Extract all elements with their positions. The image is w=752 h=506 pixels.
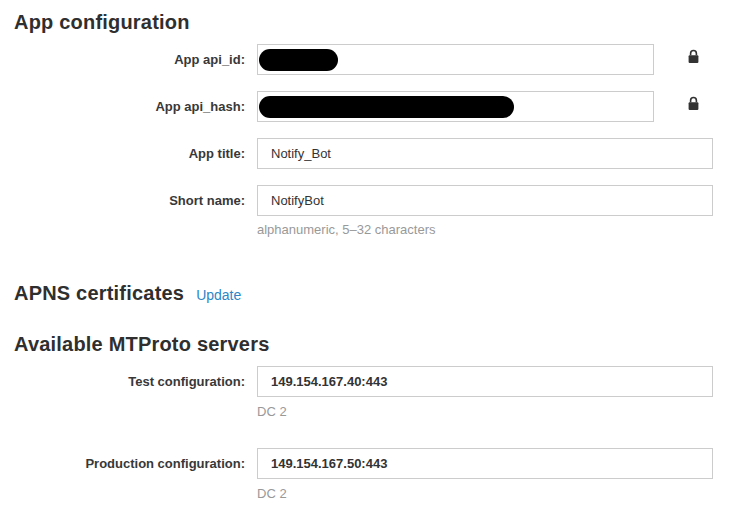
apns-update-link[interactable]: Update <box>196 287 241 303</box>
api-hash-label: App api_hash: <box>0 91 245 122</box>
api-id-label: App api_id: <box>0 44 245 75</box>
redaction-overlay <box>259 96 514 118</box>
apns-section-header: APNS certificates Update <box>14 282 752 305</box>
form-row-production-configuration: Production configuration: DC 2 <box>0 448 752 501</box>
test-configuration-input[interactable] <box>257 366 713 397</box>
form-row-app-title: App title: <box>0 138 752 169</box>
section-heading-mtproto: Available MTProto servers <box>14 333 752 356</box>
production-configuration-input[interactable] <box>257 448 713 479</box>
app-title-label: App title: <box>0 138 245 169</box>
section-heading-app-configuration: App configuration <box>14 10 752 34</box>
section-heading-apns: APNS certificates <box>14 282 184 305</box>
form-row-test-configuration: Test configuration: DC 2 <box>0 366 752 419</box>
lock-icon <box>687 49 700 64</box>
test-configuration-label: Test configuration: <box>0 366 245 397</box>
app-configuration-page: App configuration App api_id: App api_ha… <box>0 0 752 501</box>
form-row-api-hash: App api_hash: <box>0 91 752 122</box>
app-title-input[interactable] <box>257 138 713 169</box>
form-row-api-id: App api_id: <box>0 44 752 75</box>
production-dc-helper-text: DC 2 <box>257 486 713 501</box>
production-configuration-label: Production configuration: <box>0 448 245 479</box>
form-row-short-name: Short name: alphanumeric, 5–32 character… <box>0 185 752 237</box>
lock-icon <box>687 96 700 111</box>
test-dc-helper-text: DC 2 <box>257 404 713 419</box>
short-name-label: Short name: <box>0 185 245 216</box>
short-name-input[interactable] <box>257 185 713 216</box>
redaction-overlay <box>259 49 338 71</box>
short-name-helper-text: alphanumeric, 5–32 characters <box>257 222 713 237</box>
